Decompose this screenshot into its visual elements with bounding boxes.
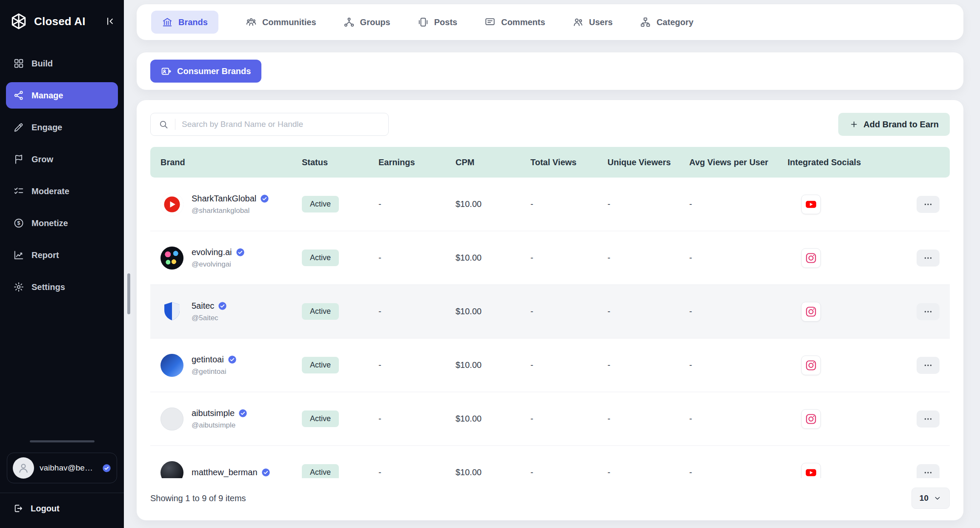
sidebar-item-settings[interactable]: Settings [6, 274, 118, 300]
table-row[interactable]: matthew_bermanActive-$10.00--- [150, 446, 950, 478]
cpm-value: $10.00 [456, 253, 530, 263]
page-size-value: 10 [920, 494, 928, 503]
sidebar-item-label: Report [32, 250, 59, 260]
earnings-value: - [378, 360, 456, 370]
tab-comments[interactable]: Comments [484, 11, 545, 34]
sidebar-item-grow[interactable]: Grow [6, 146, 118, 172]
filter-bar: Consumer Brands [137, 52, 963, 90]
avg-views-per-user-value: - [689, 414, 788, 424]
tab-label: Posts [434, 17, 457, 27]
avg-views-per-user-value: - [689, 307, 788, 316]
tab-users[interactable]: Users [573, 11, 613, 34]
brand-avatar [160, 193, 183, 216]
id-card-icon [161, 66, 172, 77]
row-actions-button[interactable] [917, 303, 940, 320]
tab-category[interactable]: Category [640, 11, 693, 34]
instagram-icon[interactable] [801, 302, 821, 321]
openai-logo-icon [9, 12, 28, 31]
sidebar-item-label: Settings [32, 282, 65, 292]
page-size-select[interactable]: 10 [911, 488, 950, 509]
search-input[interactable] [182, 120, 381, 129]
verified-badge-icon [238, 409, 247, 418]
earnings-value: - [378, 253, 456, 263]
row-actions-button[interactable] [917, 250, 940, 267]
brand-cell: 5aitec@5aitec [160, 300, 302, 323]
sidebar-item-monetize[interactable]: $Monetize [6, 210, 118, 236]
tab-label: Communities [262, 17, 316, 27]
bank-icon [162, 17, 173, 28]
unique-viewers-value: - [607, 414, 689, 424]
row-actions-button[interactable] [917, 464, 940, 479]
app-root: Closed AI BuildManageEngageGrowModerate$… [0, 0, 980, 528]
sidebar-collapse-button[interactable] [104, 16, 115, 27]
tab-bar: BrandsCommunitiesGroupsPostsCommentsUser… [137, 4, 963, 40]
earnings-value: - [378, 414, 456, 424]
flag-icon [13, 154, 24, 165]
status-badge: Active [302, 303, 339, 320]
sidebar-item-moderate[interactable]: Moderate [6, 178, 118, 204]
sidebar-item-report[interactable]: Report [6, 242, 118, 268]
search-icon [158, 119, 169, 129]
consumer-brands-label: Consumer Brands [177, 66, 251, 76]
table-row[interactable]: getintoai@getintoaiActive-$10.00--- [150, 339, 950, 392]
brand-handle: @sharktankglobal [192, 207, 269, 215]
table-row[interactable]: SharkTankGlobal@sharktankglobalActive-$1… [150, 178, 950, 231]
add-brand-to-earn-button[interactable]: Add Brand to Earn [838, 113, 950, 136]
comment-icon [484, 17, 496, 28]
sidebar-item-manage[interactable]: Manage [6, 82, 118, 109]
unique-viewers-value: - [607, 199, 689, 209]
table-toolbar: Add Brand to Earn [137, 100, 963, 147]
column-header: Avg Views per User [689, 158, 788, 167]
logout-button[interactable]: Logout [7, 498, 117, 519]
person-icon [17, 462, 30, 474]
chevron-down-icon [933, 494, 942, 502]
row-actions-button[interactable] [917, 196, 940, 213]
brand-name: getintoai [192, 355, 224, 364]
sidebar-drag-handle[interactable] [30, 440, 95, 442]
cpm-value: $10.00 [456, 468, 530, 477]
instagram-icon[interactable] [801, 356, 821, 375]
tab-label: Comments [501, 17, 545, 27]
column-header: Brand [160, 158, 302, 167]
instagram-icon[interactable] [801, 248, 821, 268]
row-actions-button[interactable] [917, 357, 940, 374]
search-box[interactable] [150, 113, 389, 136]
column-header: Status [302, 158, 378, 167]
brand-handle: @aibutsimple [192, 421, 247, 430]
brand-avatar [160, 354, 183, 377]
verified-badge-icon [228, 355, 237, 364]
youtube-icon[interactable] [801, 463, 821, 479]
app-title: Closed AI [34, 15, 86, 28]
user-email: vaibhav@begenu... [40, 463, 97, 473]
sidebar-item-build[interactable]: Build [6, 50, 118, 77]
table-row[interactable]: aibutsimple@aibutsimpleActive-$10.00--- [150, 392, 950, 446]
consumer-brands-button[interactable]: Consumer Brands [150, 60, 261, 83]
sidebar-item-engage[interactable]: Engage [6, 114, 118, 141]
column-header: Earnings [378, 158, 456, 167]
brand-handle: @getintoai [192, 367, 237, 376]
share-icon [344, 17, 355, 28]
tab-groups[interactable]: Groups [344, 11, 390, 34]
status-badge: Active [302, 357, 339, 373]
total-views-value: - [530, 253, 607, 263]
sidebar-nav: BuildManageEngageGrowModerate$MonetizeRe… [0, 45, 124, 300]
status-badge: Active [302, 196, 339, 212]
instagram-icon[interactable] [801, 409, 821, 429]
table-row[interactable]: evolving.ai@evolvingaiActive-$10.00--- [150, 231, 950, 285]
youtube-icon[interactable] [801, 195, 821, 214]
brand-cell: SharkTankGlobal@sharktankglobal [160, 193, 302, 216]
avg-views-per-user-value: - [689, 468, 788, 477]
tab-brands[interactable]: Brands [151, 11, 218, 34]
row-actions-button[interactable] [917, 410, 940, 428]
sidebar-scrollbar-thumb[interactable] [127, 273, 130, 314]
logout-label: Logout [31, 504, 60, 514]
table-row[interactable]: 5aitec@5aitecActive-$10.00--- [150, 285, 950, 339]
user-card[interactable]: vaibhav@begenu... [7, 453, 117, 483]
tab-posts[interactable]: Posts [418, 11, 457, 34]
brand-handle: @5aitec [192, 314, 227, 322]
tab-communities[interactable]: Communities [246, 11, 316, 34]
showing-items-text: Showing 1 to 9 of 9 items [150, 494, 246, 503]
unique-viewers-value: - [607, 307, 689, 316]
tab-label: Brands [178, 17, 208, 27]
brand-cell: matthew_berman [160, 461, 302, 479]
